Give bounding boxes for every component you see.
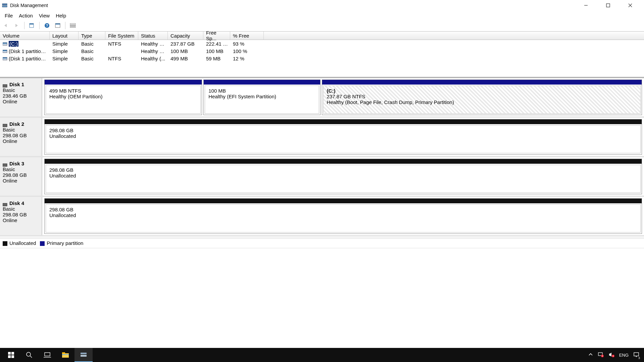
svg-rect-3 bbox=[606, 4, 610, 7]
window-title: Disk Management bbox=[10, 3, 48, 8]
tray-chevron-icon[interactable] bbox=[588, 352, 593, 358]
volume-row[interactable]: (C:)SimpleBasicNTFSHealthy (B...237.87 G… bbox=[0, 40, 644, 47]
svg-rect-28 bbox=[11, 355, 14, 358]
menu-file[interactable]: File bbox=[2, 12, 15, 19]
svg-rect-24 bbox=[3, 203, 7, 206]
back-button[interactable] bbox=[2, 22, 10, 29]
svg-rect-34 bbox=[62, 352, 65, 354]
svg-text:?: ? bbox=[46, 23, 48, 28]
minimize-button[interactable] bbox=[578, 1, 594, 10]
column-capacity[interactable]: Capacity bbox=[168, 32, 203, 40]
list-icon[interactable] bbox=[69, 22, 77, 29]
svg-rect-1 bbox=[2, 6, 7, 7]
svg-rect-0 bbox=[2, 4, 7, 5]
column-free-space[interactable]: Free Sp... bbox=[203, 32, 230, 40]
disk-row: Disk 4Basic298.08 GBOnline298.08 GBUnall… bbox=[0, 197, 644, 237]
svg-rect-45 bbox=[634, 353, 639, 356]
partition[interactable]: 100 MBHealthy (EFI System Partition) bbox=[203, 80, 320, 115]
column-percent-free[interactable]: % Free bbox=[230, 32, 264, 40]
column-status[interactable]: Status bbox=[138, 32, 168, 40]
svg-rect-26 bbox=[11, 352, 14, 355]
volume-row[interactable]: (Disk 1 partition 1)SimpleBasicHealthy (… bbox=[0, 47, 644, 55]
network-icon[interactable] bbox=[598, 352, 604, 358]
svg-rect-18 bbox=[3, 50, 7, 51]
column-file-system[interactable]: File System bbox=[105, 32, 138, 40]
search-icon[interactable] bbox=[20, 348, 38, 362]
svg-rect-20 bbox=[3, 57, 7, 58]
partition[interactable]: 298.08 GBUnallocated bbox=[44, 198, 642, 234]
svg-rect-16 bbox=[3, 43, 7, 44]
volume-list[interactable]: (C:)SimpleBasicNTFSHealthy (B...237.87 G… bbox=[0, 40, 644, 77]
svg-rect-21 bbox=[3, 85, 7, 87]
task-view-icon[interactable] bbox=[38, 348, 56, 362]
legend-primary-partition: Primary partition bbox=[40, 240, 83, 246]
disk-management-icon bbox=[2, 3, 7, 8]
column-type[interactable]: Type bbox=[79, 32, 105, 40]
svg-rect-23 bbox=[3, 164, 7, 166]
titlebar: Disk Management bbox=[0, 0, 644, 11]
partition[interactable]: 298.08 GBUnallocated bbox=[44, 119, 642, 155]
svg-rect-22 bbox=[3, 124, 7, 127]
file-explorer-icon[interactable] bbox=[56, 348, 75, 362]
volume-icon[interactable] bbox=[608, 352, 614, 358]
maximize-button[interactable] bbox=[600, 1, 616, 10]
drive-icon bbox=[3, 48, 7, 52]
svg-line-30 bbox=[30, 356, 32, 358]
start-button[interactable] bbox=[2, 348, 20, 362]
notifications-icon[interactable]: 3 bbox=[633, 352, 639, 359]
disk-row: Disk 3Basic298.08 GBOnline298.08 GBUnall… bbox=[0, 157, 644, 197]
disk-icon bbox=[3, 83, 7, 86]
drive-icon bbox=[3, 56, 7, 59]
menu-help[interactable]: Help bbox=[53, 12, 69, 19]
menu-view[interactable]: View bbox=[36, 12, 52, 19]
volume-header-row: Volume Layout Type File System Status Ca… bbox=[0, 31, 644, 40]
disk-row: Disk 1Basic238.46 GBOnline499 MB NTFSHea… bbox=[0, 78, 644, 118]
partition[interactable]: 298.08 GBUnallocated bbox=[44, 159, 642, 194]
legend-unallocated: Unallocated bbox=[3, 240, 36, 246]
close-button[interactable] bbox=[623, 1, 638, 10]
help-icon[interactable]: ? bbox=[43, 22, 51, 29]
taskbar: ENG 3 bbox=[0, 348, 644, 362]
svg-rect-31 bbox=[45, 353, 50, 356]
partition[interactable]: (C:)237.87 GB NTFSHealthy (Boot, Page Fi… bbox=[322, 80, 642, 115]
svg-rect-36 bbox=[81, 353, 87, 354]
legend: Unallocated Primary partition bbox=[0, 238, 644, 248]
svg-rect-33 bbox=[62, 353, 69, 358]
disk-icon bbox=[3, 122, 7, 126]
column-layout[interactable]: Layout bbox=[50, 32, 79, 40]
svg-rect-13 bbox=[70, 25, 76, 26]
disk-icon bbox=[3, 202, 7, 205]
svg-rect-11 bbox=[55, 23, 60, 24]
svg-rect-37 bbox=[81, 355, 87, 357]
svg-point-29 bbox=[27, 352, 31, 356]
column-volume[interactable]: Volume bbox=[0, 32, 50, 40]
toolbar: ? bbox=[0, 21, 644, 31]
svg-rect-35 bbox=[62, 354, 69, 355]
disk-info[interactable]: Disk 4Basic298.08 GBOnline bbox=[0, 197, 42, 235]
system-tray: ENG 3 bbox=[588, 352, 642, 359]
view-icon[interactable] bbox=[28, 22, 36, 29]
svg-rect-7 bbox=[30, 23, 34, 24]
forward-button[interactable] bbox=[13, 22, 21, 29]
disk-management-taskbar-icon[interactable] bbox=[75, 348, 93, 362]
svg-rect-14 bbox=[70, 27, 76, 28]
language-indicator[interactable]: ENG bbox=[619, 353, 629, 358]
svg-rect-25 bbox=[8, 352, 11, 355]
settings-icon[interactable] bbox=[54, 22, 62, 29]
disks-panel[interactable]: Disk 1Basic238.46 GBOnline499 MB NTFSHea… bbox=[0, 77, 644, 238]
menubar: File Action View Help bbox=[0, 11, 644, 21]
statusbar bbox=[0, 248, 644, 253]
disk-icon bbox=[3, 162, 7, 165]
disk-info[interactable]: Disk 2Basic298.08 GBOnline bbox=[0, 118, 42, 156]
partition[interactable]: 499 MB NTFSHealthy (OEM Partition) bbox=[44, 80, 202, 115]
svg-rect-12 bbox=[70, 23, 76, 24]
menu-action[interactable]: Action bbox=[16, 12, 36, 19]
disk-row: Disk 2Basic298.08 GBOnline298.08 GBUnall… bbox=[0, 118, 644, 157]
drive-icon bbox=[3, 41, 7, 44]
disk-info[interactable]: Disk 3Basic298.08 GBOnline bbox=[0, 157, 42, 196]
svg-rect-27 bbox=[8, 355, 11, 358]
disk-info[interactable]: Disk 1Basic238.46 GBOnline bbox=[0, 78, 42, 116]
volume-row[interactable]: (Disk 1 partition 2)SimpleBasicNTFSHealt… bbox=[0, 55, 644, 62]
